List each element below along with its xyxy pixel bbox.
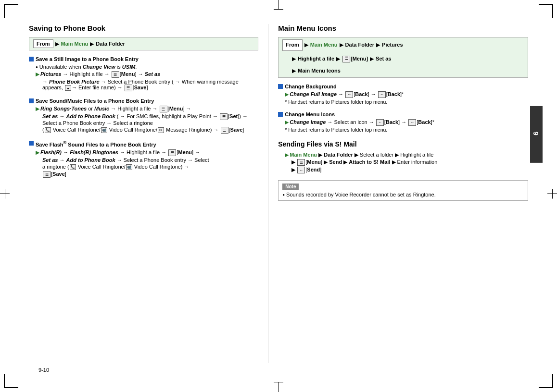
left-column: Saving to Phone Book From ▶ Main Menu ▶ … [29,24,268,363]
entry-change-menu-icons-note: * Handset returns to Pictures folder top… [285,127,528,133]
left-breadcrumb-data-folder: Data Folder [96,41,125,47]
corner-mark-tl [4,4,18,18]
sending-steps: ▶ Main Menu ▶ Data Folder ▶ Select a fol… [278,152,528,173]
right-section-title: Main Menu Icons [278,24,528,32]
note-content: Sounds recorded by Voice Recorder cannot… [282,192,524,197]
sending-step3: ▶ ←[Send] [291,167,528,173]
chapter-tab: 9 Managing Files [530,106,543,163]
content-area: Saving to Phone Book From ▶ Main Menu ▶ … [29,24,528,363]
left-breadcrumb-main-menu: Main Menu [61,41,89,47]
entry-save-still-step2: → Phone Book Picture → Select a Phone Bo… [42,79,258,91]
entry-save-sound-step1: ▶ Ring Songs·Tones or Music → Highlight … [36,106,258,112]
sending-section-title: Sending Files via S! Mail [278,140,528,148]
entry-save-flash: Save Flash® Sound Files to a Phone Book … [29,140,258,178]
entry-change-menu-icons-step1: ▶ Change Image → Select an icon → ←[Back… [285,119,528,126]
entry-save-still-image: Save a Still Image to a Phone Book Entry… [29,56,258,91]
left-breadcrumb-arrow2: ▶ [90,41,94,47]
side-right-mark [547,194,557,199]
page-number: 9-10 [38,367,49,373]
entry-save-sound-step3: (📞 Voice Call Ringtone/📹 Video Call Ring… [42,127,258,134]
center-top-mark [274,0,283,10]
right-bc-pictures: Pictures [382,41,403,49]
entry-save-flash-step2: Set as → Add to Phone Book → Select a Ph… [42,157,258,163]
left-breadcrumb-arrow1: ▶ [55,41,59,47]
left-from-bar: From ▶ Main Menu ▶ Data Folder [29,37,258,50]
blue-square-icon2 [29,98,34,103]
right-column: Main Menu Icons From ▶ Main Menu ▶ Data … [268,24,528,363]
entry-change-background: Change Background ▶ Change Full Image → … [278,84,528,105]
blue-square-icon4 [278,84,283,89]
sending-step2: ▶ ☰[Menu] ▶ Send ▶ Attach to S! Mail ▶ E… [291,159,528,166]
center-bottom-mark [274,382,283,392]
note-box: Note Sounds recorded by Voice Recorder c… [278,180,528,201]
entry-save-sound: Save Sound/Music Files to a Phone Book E… [29,98,258,134]
entry-change-bg-title: Change Background [278,84,528,89]
right-bc-data-folder: Data Folder [345,41,375,49]
left-from-label: From [33,39,53,48]
entry-change-menu-icons: Change Menu Icons ▶ Change Image → Selec… [278,111,528,133]
entry-change-menu-icons-title: Change Menu Icons [278,111,528,117]
sending-step1: ▶ Main Menu ▶ Data Folder ▶ Select a fol… [285,152,528,158]
right-from-bar: From ▶ Main Menu ▶ Data Folder ▶ Picture… [278,37,528,78]
entry-save-flash-step3: a ringtone (📞 Voice Call Ringtone/📹 Vide… [42,164,258,170]
corner-mark-tr [539,4,553,18]
blue-square-icon5 [278,112,283,117]
entry-save-still-step1: ▶ Pictures → Highlight a file → ☰[Menu] … [36,71,258,78]
entry-save-sound-title: Save Sound/Music Files to a Phone Book E… [29,98,258,104]
entry-save-sound-step2: Set as → Add to Phone Book ( → For SMC f… [42,113,258,126]
right-bc-main-menu: Main Menu [310,41,338,49]
entry-save-still-bullet: Unavailable when Change View is USIM. [36,64,258,70]
blue-square-icon [29,57,34,61]
right-bc-menu: ☰[Menu] [342,55,368,63]
left-section-title: Saving to Phone Book [29,24,258,32]
right-from-label: From [282,39,303,51]
right-bc-setas: Set as [376,55,391,63]
blue-square-icon3 [29,141,34,146]
entry-change-bg-step1: ▶ Change Full Image → ←[Back] → ←[Back]* [285,91,528,98]
entry-save-still-title: Save a Still Image to a Phone Book Entry [29,56,258,62]
entry-save-flash-title: Save Flash® Sound Files to a Phone Book … [29,140,258,147]
chapter-number: 9 [532,132,540,135]
corner-mark-br [539,374,553,388]
side-left-mark [0,194,10,199]
right-bc-mainmenuicons: Main Menu Icons [298,67,341,75]
right-bc-highlight: Highlight a file [298,55,334,63]
entry-change-bg-note: * Handset returns to Pictures folder top… [285,99,528,105]
entry-save-flash-step1: ▶ Flash(R) → Flash(R) Ringtones → Highli… [36,149,258,156]
entry-save-flash-step4: ☰[Save] [42,171,258,178]
corner-mark-bl [4,374,18,388]
note-label: Note [282,184,299,190]
